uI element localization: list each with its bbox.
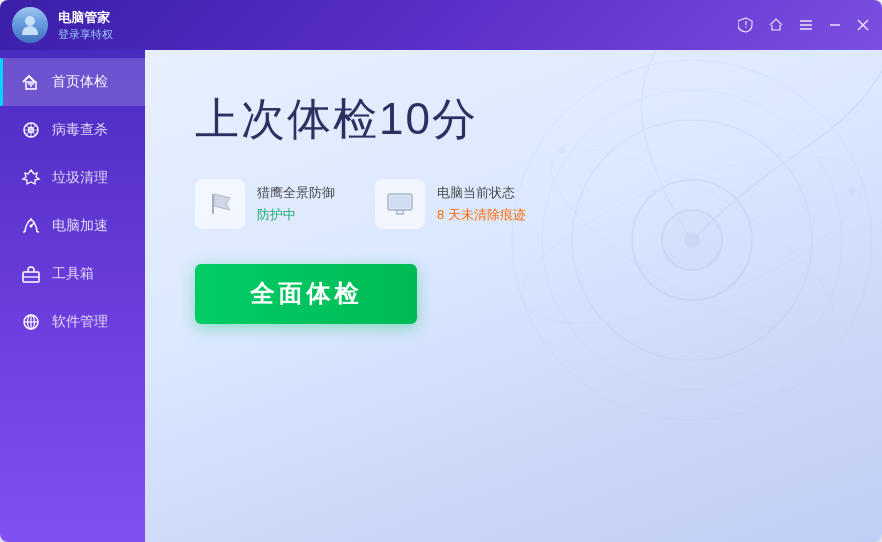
svg-marker-11 <box>23 170 39 184</box>
login-link[interactable]: 登录享特权 <box>58 27 113 42</box>
background-decoration <box>482 50 882 450</box>
sidebar: 首页体检 病毒查杀 垃圾清理 <box>0 50 145 542</box>
toolbox-icon <box>20 263 42 285</box>
home-check-icon <box>20 71 42 93</box>
svg-point-32 <box>559 147 565 153</box>
shield-status-text: 猎鹰全景防御 防护中 <box>257 184 335 224</box>
trash-clean-icon <box>20 167 42 189</box>
shield-status-icon-box <box>195 179 245 229</box>
close-button[interactable] <box>856 18 870 32</box>
shield-icon[interactable] <box>738 17 754 33</box>
sidebar-item-virus-scan[interactable]: 病毒查杀 <box>0 106 145 154</box>
sidebar-label-software-mgr: 软件管理 <box>52 313 108 331</box>
sidebar-item-trash-clean[interactable]: 垃圾清理 <box>0 154 145 202</box>
avatar[interactable] <box>12 7 48 43</box>
sidebar-item-toolbox[interactable]: 工具箱 <box>0 250 145 298</box>
sidebar-item-pc-speed[interactable]: 电脑加速 <box>0 202 145 250</box>
svg-point-31 <box>848 186 856 194</box>
minimize-button[interactable] <box>828 18 842 32</box>
sidebar-label-pc-speed: 电脑加速 <box>52 217 108 235</box>
shield-status-value: 防护中 <box>257 206 335 224</box>
svg-point-1 <box>745 26 747 28</box>
sidebar-label-toolbox: 工具箱 <box>52 265 94 283</box>
pc-status-icon-box <box>375 179 425 229</box>
sidebar-item-home-check[interactable]: 首页体检 <box>0 58 145 106</box>
shield-status-label: 猎鹰全景防御 <box>257 184 335 202</box>
main-layout: 首页体检 病毒查杀 垃圾清理 <box>0 50 882 542</box>
virus-scan-icon <box>20 119 42 141</box>
sidebar-label-virus-scan: 病毒查杀 <box>52 121 108 139</box>
svg-point-16 <box>30 225 33 228</box>
svg-point-33 <box>779 387 785 393</box>
title-text: 电脑管家 登录享特权 <box>58 9 113 42</box>
sidebar-item-software-mgr[interactable]: 软件管理 <box>0 298 145 346</box>
sidebar-label-home-check: 首页体检 <box>52 73 108 91</box>
svg-point-28 <box>684 232 700 248</box>
full-check-button[interactable]: 全面体检 <box>195 264 417 324</box>
content-area: 上次体检10分 猎鹰全景防御 防护中 <box>145 50 882 542</box>
title-bar-left: 电脑管家 登录享特权 <box>12 7 113 43</box>
app-window: 电脑管家 登录享特权 <box>0 0 882 542</box>
home-icon[interactable] <box>768 17 784 33</box>
software-mgr-icon <box>20 311 42 333</box>
title-bar-right <box>738 17 870 33</box>
app-name: 电脑管家 <box>58 9 113 27</box>
sidebar-label-trash-clean: 垃圾清理 <box>52 169 108 187</box>
svg-rect-40 <box>390 196 410 208</box>
shield-status-card: 猎鹰全景防御 防护中 <box>195 179 335 229</box>
menu-icon[interactable] <box>798 17 814 33</box>
title-bar: 电脑管家 登录享特权 <box>0 0 882 50</box>
pc-speed-icon <box>20 215 42 237</box>
